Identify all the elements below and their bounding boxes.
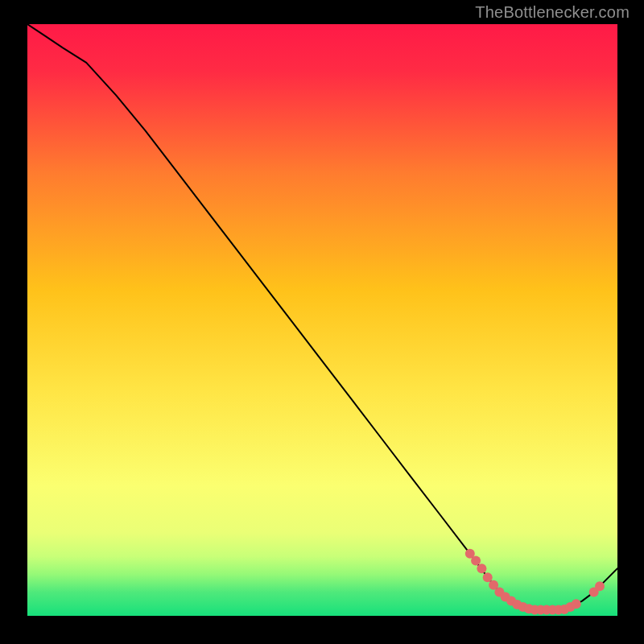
attribution-text: TheBottlenecker.com — [475, 3, 630, 22]
data-marker — [572, 599, 581, 609]
plot-area — [27, 24, 617, 616]
chart-svg — [27, 24, 617, 616]
data-marker — [471, 556, 481, 566]
data-marker — [483, 572, 493, 582]
chart-canvas: TheBottlenecker.com — [0, 0, 644, 644]
gradient-bg — [27, 24, 617, 616]
data-marker — [477, 564, 486, 573]
data-marker — [595, 581, 605, 591]
